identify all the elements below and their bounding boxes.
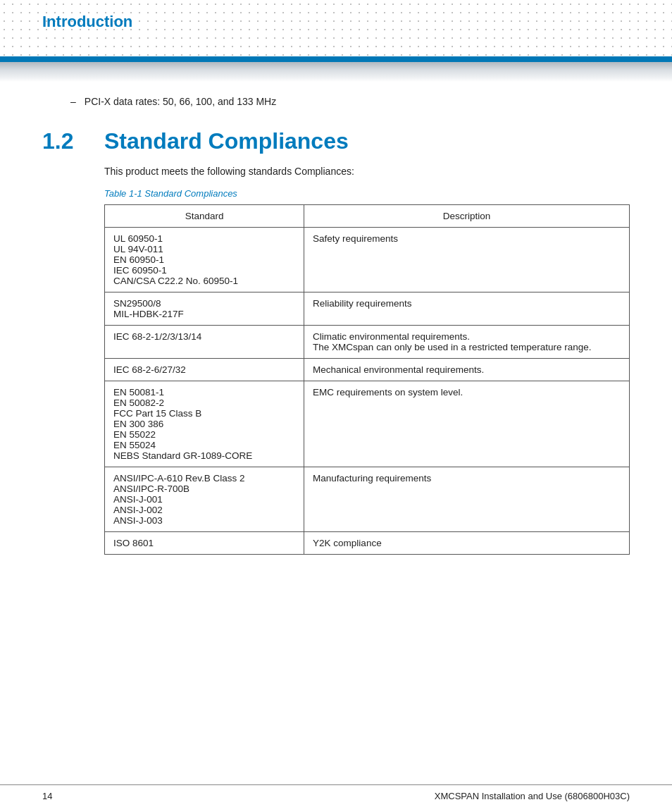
bullet-dash: –: [70, 96, 76, 107]
cell-standard: IEC 68-2-6/27/32: [105, 359, 304, 381]
footer-page-number: 14: [42, 791, 52, 801]
cell-description: EMC requirements on system level.: [304, 381, 630, 467]
cell-description: Y2K compliance: [304, 532, 630, 555]
footer: 14 XMCSPAN Installation and Use (6806800…: [0, 784, 672, 807]
section-heading: 1.2 Standard Compliances: [42, 128, 630, 154]
cell-standard: IEC 68-2-1/2/3/13/14: [105, 326, 304, 359]
gray-wave: [0, 62, 672, 82]
dot-pattern: Introduction: [0, 0, 672, 56]
section-description: This product meets the following standar…: [104, 166, 630, 177]
bullet-item: – PCI-X data rates: 50, 66, 100, and 133…: [70, 96, 630, 107]
section-number: 1.2: [42, 128, 85, 154]
table-row: ISO 8601Y2K compliance: [105, 532, 630, 555]
blue-bar: [0, 56, 672, 62]
table-header-row: Standard Description: [105, 205, 630, 228]
cell-standard: UL 60950-1 UL 94V-011 EN 60950-1 IEC 609…: [105, 228, 304, 292]
table-row: IEC 68-2-6/27/32Mechanical environmental…: [105, 359, 630, 381]
page-title: Introduction: [0, 13, 132, 31]
compliance-table: Standard Description UL 60950-1 UL 94V-0…: [104, 204, 630, 555]
cell-description: Safety requirements: [304, 228, 630, 292]
cell-standard: ISO 8601: [105, 532, 304, 555]
section-title: Standard Compliances: [104, 128, 349, 154]
cell-description: Mechanical environmental requirements.: [304, 359, 630, 381]
header-title-bar: Introduction: [0, 13, 672, 31]
bullet-text: PCI-X data rates: 50, 66, 100, and 133 M…: [85, 96, 276, 107]
cell-description: Climatic environmental requirements. The…: [304, 326, 630, 359]
header-standard: Standard: [105, 205, 304, 228]
header-area: Introduction: [0, 0, 672, 82]
table-row: SN29500/8 MIL-HDBK-217FReliability requi…: [105, 292, 630, 326]
table-caption: Table 1-1 Standard Compliances: [104, 188, 630, 199]
table-row: ANSI/IPC-A-610 Rev.B Class 2 ANSI/IPC-R-…: [105, 467, 630, 532]
cell-standard: SN29500/8 MIL-HDBK-217F: [105, 292, 304, 326]
cell-description: Manufacturing requirements: [304, 467, 630, 532]
table-row: UL 60950-1 UL 94V-011 EN 60950-1 IEC 609…: [105, 228, 630, 292]
main-content: – PCI-X data rates: 50, 66, 100, and 133…: [0, 96, 672, 597]
footer-document-title: XMCSPAN Installation and Use (6806800H03…: [435, 791, 630, 801]
header-description: Description: [304, 205, 630, 228]
cell-description: Reliability requirements: [304, 292, 630, 326]
cell-standard: EN 50081-1 EN 50082-2 FCC Part 15 Class …: [105, 381, 304, 467]
table-row: IEC 68-2-1/2/3/13/14Climatic environment…: [105, 326, 630, 359]
cell-standard: ANSI/IPC-A-610 Rev.B Class 2 ANSI/IPC-R-…: [105, 467, 304, 532]
table-row: EN 50081-1 EN 50082-2 FCC Part 15 Class …: [105, 381, 630, 467]
